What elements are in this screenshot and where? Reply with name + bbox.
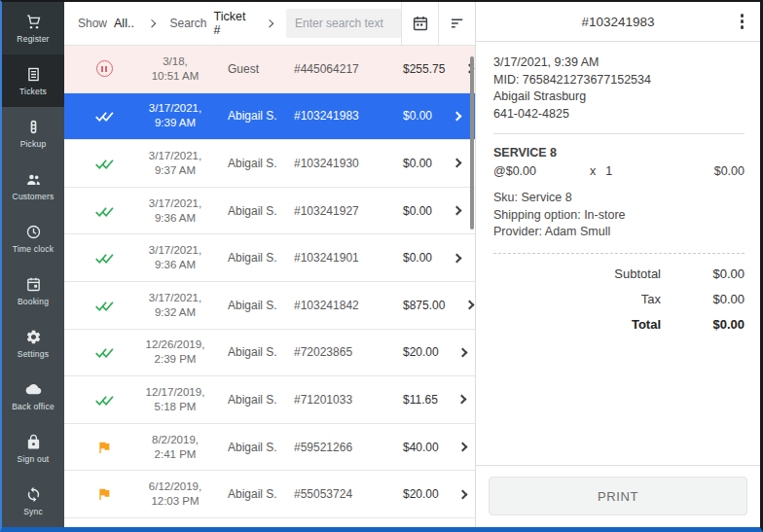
- ticket-row[interactable]: 6/12/2019,12:03 PM Abigail S. #55053724 …: [64, 471, 475, 518]
- ticket-list-panel: Show All.. Search Ticket #: [64, 2, 476, 527]
- detail-body: 3/17/2021, 9:39 AM MID: 7658421273677152…: [476, 42, 760, 465]
- ticket-date: 3/17/2021,9:36 AM: [134, 243, 216, 272]
- sidebar-item-tickets[interactable]: Tickets: [2, 54, 64, 107]
- ticket-detail-panel: #103241983 3/17/2021, 9:39 AM MID: 76584…: [476, 2, 760, 527]
- lock-icon: [25, 434, 42, 450]
- double-check-icon: [94, 108, 115, 124]
- ticket-amount: $40.00: [403, 441, 449, 454]
- chevron-right-icon[interactable]: [148, 19, 156, 27]
- ticket-number: #55053724: [294, 487, 403, 501]
- item-sku: Sku: Service 8: [493, 190, 745, 207]
- total-value: $0.00: [661, 316, 745, 334]
- ticket-amount: $875.00: [403, 299, 454, 312]
- status-cell: [74, 156, 134, 171]
- divider: [493, 133, 745, 134]
- ticket-customer: Abigail S.: [216, 441, 294, 454]
- sidebar-item-pickup[interactable]: Pickup: [2, 107, 64, 160]
- ticket-customer: Abigail S.: [216, 157, 294, 170]
- ticket-customer: Abigail S.: [216, 345, 294, 359]
- ticket-row[interactable]: 3/17/2021,9:37 AM Abigail S. #103241930 …: [64, 140, 475, 188]
- ticket-row[interactable]: 3/17/2021,9:32 AM Abigail S. #103241842 …: [64, 282, 475, 330]
- ticket-number: #103241901: [294, 251, 403, 265]
- ticket-customer: Abigail S.: [216, 299, 294, 312]
- show-filter-value[interactable]: All..: [114, 17, 134, 30]
- ticket-chevron: [449, 443, 475, 450]
- sidebar-item-label: Sign out: [18, 454, 50, 464]
- detail-customer-name: Abigail Strasburg: [493, 89, 745, 106]
- sort-button[interactable]: [439, 2, 475, 45]
- sidebar-item-back-office[interactable]: Back office: [2, 370, 64, 422]
- sidebar-item-sync[interactable]: Sync: [2, 475, 64, 527]
- ticket-number: #103241842: [294, 299, 403, 312]
- status-cell: [74, 60, 134, 77]
- ticket-row[interactable]: 3/17/2021,9:39 AM Abigail S. #103241983 …: [64, 93, 475, 141]
- sidebar-item-time-clock[interactable]: Time clock: [2, 212, 64, 265]
- sort-icon: [449, 15, 466, 32]
- sidebar-item-label: Pickup: [20, 139, 47, 149]
- search-field-value[interactable]: Ticket #: [214, 10, 253, 37]
- cloud-icon: [25, 381, 42, 398]
- calendar-filter-button[interactable]: [402, 2, 438, 45]
- detail-mid: MID: 7658421273677152534: [493, 72, 745, 89]
- search-input[interactable]: [286, 9, 401, 38]
- sidebar-item-register[interactable]: Register: [2, 2, 64, 54]
- ticket-row[interactable]: 3/18,10:51 AM Guest #445064217 $255.75: [64, 46, 475, 93]
- ticket-customer: Abigail S.: [216, 204, 294, 218]
- sidebar-item-label: Back office: [12, 402, 54, 411]
- sidebar-item-booking[interactable]: Booking: [2, 265, 64, 317]
- status-cell: [74, 250, 134, 266]
- ticket-chevron: [442, 160, 471, 166]
- ticket-date: 3/17/2021,9:36 AM: [134, 196, 216, 226]
- unit-price: @$0.00: [493, 163, 590, 181]
- sidebar-item-customers[interactable]: Customers: [2, 160, 64, 212]
- print-button[interactable]: PRINT: [489, 477, 747, 515]
- ticket-date: 3/17/2021,9:39 AM: [134, 101, 216, 130]
- ticket-amount: $11.65: [403, 393, 448, 407]
- ticket-number: #103241983: [294, 109, 403, 123]
- people-icon: [25, 171, 42, 188]
- ticket-row[interactable]: 3/17/2021,9:36 AM Abigail S. #103241901 …: [64, 234, 475, 282]
- ticket-number: #103241927: [294, 204, 403, 218]
- ticket-row[interactable]: 8/2/2019,2:41 PM Abigail S. #59521266 $4…: [64, 424, 475, 472]
- ticket-chevron: [454, 301, 475, 308]
- ticket-chevron: [442, 255, 471, 262]
- chevron-right-icon: [464, 301, 474, 310]
- total-label: Total: [493, 316, 661, 334]
- sidebar-item-sign-out[interactable]: Sign out: [2, 422, 64, 475]
- filter-bar: Show All.. Search Ticket #: [64, 2, 475, 46]
- scrollbar-thumb[interactable]: [470, 56, 474, 230]
- double-check-icon: [94, 392, 115, 408]
- cart-icon: [25, 14, 42, 30]
- status-cell: [74, 298, 134, 313]
- sidebar-item-label: Register: [17, 34, 49, 44]
- ticket-rows: 3/18,10:51 AM Guest #445064217 $255.75 3…: [64, 46, 475, 527]
- detail-datetime: 3/17/2021, 9:39 AM: [493, 54, 745, 72]
- search-label: Search: [169, 17, 206, 30]
- receipt-icon: [25, 66, 42, 83]
- ticket-customer: Abigail S.: [216, 393, 294, 407]
- ticket-chevron: [449, 491, 475, 498]
- sidebar-item-label: Booking: [18, 297, 49, 306]
- tax-value: $0.00: [661, 291, 745, 308]
- item-shipping: Shipping option: In-store: [493, 207, 745, 225]
- clock-icon: [25, 224, 42, 240]
- double-check-icon: [94, 156, 115, 171]
- chevron-right-icon: [452, 253, 461, 263]
- double-check-icon: [94, 203, 115, 219]
- subtotal-label: Subtotal: [493, 266, 661, 283]
- status-cell: [74, 486, 134, 502]
- ticket-row[interactable]: 12/26/2019,2:39 PM Abigail S. #72023865 …: [64, 330, 475, 377]
- status-cell: [74, 440, 134, 455]
- sidebar-item-settings[interactable]: Settings: [2, 317, 64, 370]
- ticket-row[interactable]: 12/17/2019,5:18 PM Abigail S. #71201033 …: [64, 376, 475, 424]
- ticket-amount: $20.00: [403, 487, 449, 501]
- ticket-amount: $0.00: [403, 157, 442, 170]
- status-cell: [74, 108, 134, 124]
- more-options-button[interactable]: [737, 2, 748, 41]
- status-cell: [74, 203, 134, 219]
- traffic-light-icon: [25, 119, 42, 135]
- ticket-number: #103241930: [294, 157, 403, 170]
- chevron-right-icon[interactable]: [266, 19, 273, 27]
- ticket-row[interactable]: 3/17/2021,9:36 AM Abigail S. #103241927 …: [64, 188, 475, 235]
- chevron-right-icon: [458, 347, 468, 357]
